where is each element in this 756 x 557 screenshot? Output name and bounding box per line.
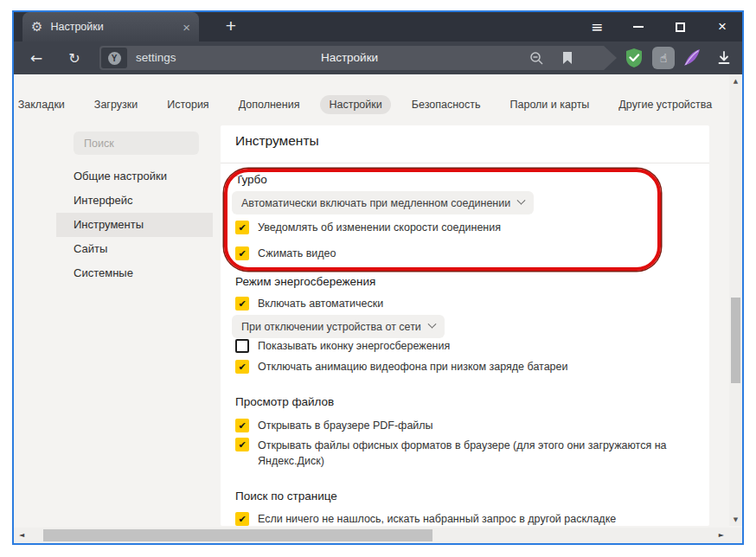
- horizontal-scrollbar[interactable]: ◄ ►: [14, 528, 729, 543]
- scroll-up-icon[interactable]: ▲: [729, 78, 742, 85]
- checkbox-label: Включать автоматически: [258, 296, 383, 311]
- minimize-button[interactable]: [628, 12, 649, 42]
- checkbox-open-pdf[interactable]: [235, 419, 249, 432]
- nav-security[interactable]: Безопасность: [403, 95, 490, 114]
- gear-icon: ⚙: [31, 21, 42, 34]
- checkbox-row: Включать автоматически: [235, 296, 383, 311]
- checkbox-row: Открывать в браузере PDF-файлы: [235, 418, 433, 433]
- checkbox-row: Уведомлять об изменении скорости соедине…: [235, 220, 501, 235]
- vertical-scrollbar[interactable]: ▲ ▼: [729, 74, 742, 526]
- checkbox-label: Показывать иконку энергосбережения: [258, 338, 450, 354]
- checkbox-compress-video[interactable]: [235, 246, 249, 260]
- checkbox-auto-enable[interactable]: [235, 297, 249, 311]
- checkbox-disable-video-animation[interactable]: [235, 360, 249, 374]
- sidebar: Общие настройки Интерфейс Инструменты Са…: [56, 164, 213, 285]
- toolbar: ← ↻ settings Настройки ☝: [14, 42, 742, 74]
- separator: [221, 163, 709, 163]
- nav-addons[interactable]: Дополнения: [230, 95, 309, 114]
- powersave-condition-dropdown[interactable]: При отключении устройства от сети: [232, 315, 445, 338]
- checkbox-label: Если ничего не нашлось, искать набранный…: [258, 511, 616, 527]
- nav-other-devices[interactable]: Другие устройства: [610, 95, 721, 114]
- sidebar-search-input[interactable]: [74, 131, 199, 155]
- dropdown-value: При отключении устройства от сети: [241, 321, 421, 333]
- horizontal-scroll-thumb[interactable]: [43, 529, 432, 541]
- checkbox-notify-speed[interactable]: [235, 221, 249, 234]
- section-title-files: Просмотр файлов: [235, 395, 334, 408]
- protect-shield-icon[interactable]: [623, 47, 645, 69]
- tab-close-icon[interactable]: ×: [183, 21, 190, 34]
- nav-settings[interactable]: Настройки: [320, 95, 390, 114]
- section-title-turbo: Турбо: [235, 173, 267, 186]
- nav-passwords[interactable]: Пароли и карты: [502, 95, 599, 114]
- checkbox-show-powersave-icon[interactable]: [235, 339, 249, 353]
- nav-downloads[interactable]: Загрузки: [86, 95, 146, 114]
- scrollbar-corner: [729, 528, 742, 543]
- vertical-scroll-thumb[interactable]: [731, 298, 740, 383]
- settings-nav: Закладки Загрузки История Дополнения Нас…: [14, 95, 716, 114]
- browser-window: ⚙ Настройки × + ≡ × ← ↻ settings Настрой…: [12, 10, 744, 545]
- checkbox-open-office[interactable]: [235, 438, 249, 451]
- section-title-powersave: Режим энергосбережения: [235, 275, 375, 288]
- scroll-right-icon[interactable]: ►: [719, 528, 724, 543]
- turbo-mode-dropdown[interactable]: Автоматически включать при медленном сое…: [232, 191, 534, 214]
- chevron-down-icon: [517, 196, 526, 205]
- settings-card: Инструменты Турбо Автоматически включать…: [221, 125, 709, 526]
- page-title: Инструменты: [235, 133, 319, 149]
- tab-title: Настройки: [50, 21, 103, 33]
- settings-page: Закладки Загрузки История Дополнения Нас…: [14, 74, 742, 543]
- zoom-out-icon[interactable]: [529, 50, 544, 66]
- sidebar-item-sites[interactable]: Сайты: [56, 237, 213, 261]
- checkbox-label: Открывать файлы офисных форматов в брауз…: [258, 438, 673, 469]
- nav-bookmarks[interactable]: Закладки: [10, 95, 74, 114]
- window-close-button[interactable]: ×: [712, 12, 733, 42]
- sidebar-item-interface[interactable]: Интерфейс: [56, 189, 213, 213]
- checkbox-label: Отключать анимацию видеофона при низком …: [258, 359, 567, 375]
- scroll-left-icon[interactable]: ◄: [19, 528, 24, 543]
- turbo-feather-icon[interactable]: [681, 47, 703, 69]
- bookmark-icon[interactable]: [560, 50, 575, 66]
- download-icon[interactable]: [713, 47, 735, 69]
- checkbox-label: Открывать в браузере PDF-файлы: [258, 418, 433, 433]
- hand-pointer-icon[interactable]: ☝: [652, 47, 675, 69]
- checkbox-row: Отключать анимацию видеофона при низком …: [235, 359, 567, 375]
- checkbox-row: Если ничего не нашлось, искать набранный…: [235, 511, 616, 527]
- new-tab-button[interactable]: +: [218, 15, 244, 39]
- reload-button[interactable]: ↻: [62, 42, 86, 74]
- checkbox-label: Сжимать видео: [258, 246, 336, 261]
- sidebar-item-tools[interactable]: Инструменты: [56, 213, 213, 237]
- checkbox-label: Уведомлять об изменении скорости соедине…: [258, 220, 501, 235]
- back-button[interactable]: ←: [24, 42, 48, 74]
- browser-menu-button[interactable]: ≡: [586, 12, 607, 42]
- checkbox-row: Открывать файлы офисных форматов в брауз…: [235, 438, 673, 469]
- address-bar-page-title: Настройки: [99, 51, 599, 64]
- scroll-down-icon[interactable]: ▼: [729, 516, 742, 523]
- section-title-page-search: Поиск по странице: [235, 490, 337, 503]
- dropdown-value: Автоматически включать при медленном сое…: [241, 197, 510, 209]
- chevron-down-icon: [427, 320, 436, 329]
- address-bar[interactable]: settings Настройки: [99, 46, 617, 70]
- tab-settings[interactable]: ⚙ Настройки ×: [22, 12, 199, 42]
- sidebar-item-system[interactable]: Системные: [56, 261, 213, 285]
- sidebar-item-general[interactable]: Общие настройки: [56, 164, 213, 189]
- checkbox-other-layout-search[interactable]: [235, 512, 249, 526]
- checkbox-row: Показывать иконку энергосбережения: [235, 338, 450, 354]
- tab-strip: ⚙ Настройки × + ≡ ×: [14, 12, 742, 42]
- maximize-button[interactable]: [670, 12, 690, 42]
- nav-history[interactable]: История: [158, 95, 217, 114]
- checkbox-row: Сжимать видео: [235, 246, 336, 261]
